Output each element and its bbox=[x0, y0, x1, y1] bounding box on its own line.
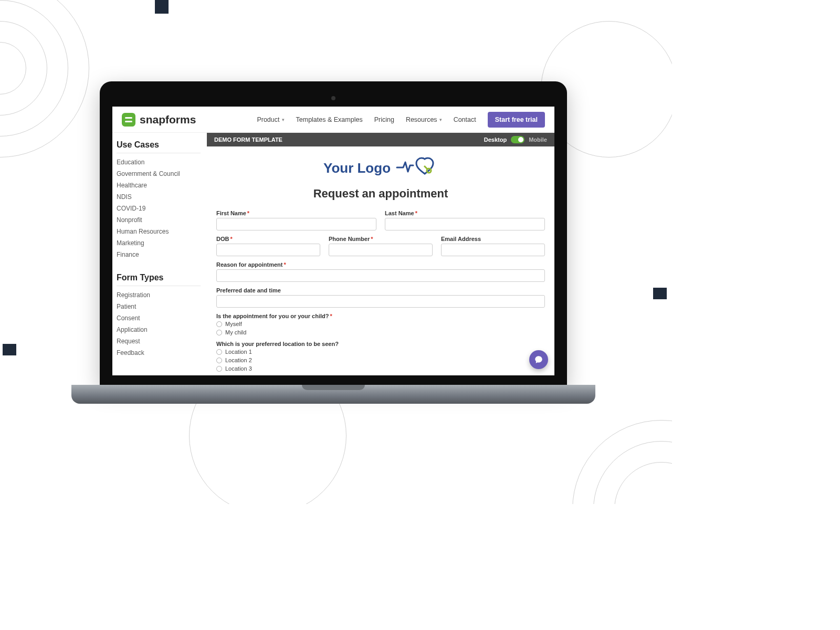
decor-square bbox=[3, 344, 16, 355]
radio-icon bbox=[216, 358, 222, 363]
form-body: Your Logo bbox=[207, 146, 554, 375]
form-title: Request an appointment bbox=[216, 187, 545, 201]
placeholder-logo: Your Logo bbox=[323, 156, 438, 181]
location-option[interactable]: Location 1 bbox=[216, 349, 545, 355]
nav-pricing-label: Pricing bbox=[374, 116, 394, 123]
start-free-trial-button[interactable]: Start free trial bbox=[488, 112, 545, 128]
laptop-base bbox=[71, 385, 595, 404]
sidebar-usecase-item[interactable]: NDIS bbox=[117, 193, 201, 201]
label-preferred-datetime: Preferred date and time bbox=[216, 287, 545, 293]
label-phone: Phone Number* bbox=[329, 236, 433, 242]
toggle-mobile-label: Mobile bbox=[529, 136, 547, 143]
sidebar-usecase-item[interactable]: Human Resources bbox=[117, 228, 201, 235]
for-who-option[interactable]: Myself bbox=[216, 321, 545, 327]
radio-label: Location 3 bbox=[225, 365, 252, 372]
radio-icon bbox=[216, 349, 222, 355]
nav-templates[interactable]: Templates & Examples bbox=[296, 116, 363, 123]
nav-templates-label: Templates & Examples bbox=[296, 116, 363, 123]
nav-resources-label: Resources bbox=[406, 116, 437, 123]
radio-label: Location 1 bbox=[225, 349, 252, 355]
sidebar-formtype-item[interactable]: Request bbox=[117, 338, 201, 345]
nav-resources[interactable]: Resources ▾ bbox=[406, 116, 442, 123]
first-name-input[interactable] bbox=[216, 218, 376, 230]
sidebar-usecase-item[interactable]: Marketing bbox=[117, 239, 201, 247]
chevron-down-icon: ▾ bbox=[439, 117, 442, 122]
sidebar: Use Cases EducationGovernment & CouncilH… bbox=[112, 133, 207, 375]
radio-label: My child bbox=[225, 329, 246, 335]
decor-square bbox=[653, 288, 667, 299]
toggle-desktop-label: Desktop bbox=[484, 136, 507, 143]
radio-icon bbox=[216, 321, 222, 327]
location-option[interactable]: Location 3 bbox=[216, 365, 545, 372]
chevron-down-icon: ▾ bbox=[282, 117, 285, 122]
heartbeat-icon bbox=[396, 156, 438, 181]
radio-label: Myself bbox=[225, 321, 242, 327]
sidebar-formtype-item[interactable]: Consent bbox=[117, 314, 201, 322]
nav-pricing[interactable]: Pricing bbox=[374, 116, 394, 123]
toggle-switch[interactable] bbox=[511, 136, 524, 143]
chat-fab[interactable] bbox=[529, 350, 548, 369]
nav-contact-label: Contact bbox=[454, 116, 476, 123]
sidebar-usecase-item[interactable]: Healthcare bbox=[117, 182, 201, 189]
chat-icon bbox=[534, 355, 543, 364]
dob-input[interactable] bbox=[216, 244, 320, 256]
camera-dot bbox=[331, 96, 335, 100]
phone-input[interactable] bbox=[329, 244, 433, 256]
label-reason: Reason for appointment* bbox=[216, 261, 545, 268]
sidebar-usecase-item[interactable]: Education bbox=[117, 159, 201, 166]
reason-input[interactable] bbox=[216, 269, 545, 282]
viewport-toggle[interactable]: Desktop Mobile bbox=[484, 136, 547, 143]
nav-product-label: Product bbox=[257, 116, 279, 123]
sidebar-formtype-item[interactable]: Application bbox=[117, 326, 201, 333]
radio-icon bbox=[216, 366, 222, 372]
radio-label: Location 2 bbox=[225, 357, 252, 363]
nav-contact[interactable]: Contact bbox=[454, 116, 476, 123]
nav-product[interactable]: Product ▾ bbox=[257, 116, 284, 123]
last-name-input[interactable] bbox=[385, 218, 545, 230]
radio-icon bbox=[216, 330, 222, 335]
label-location: Which is your preferred location to be s… bbox=[216, 341, 545, 347]
sidebar-usecase-item[interactable]: Finance bbox=[117, 251, 201, 258]
brand-text: snapforms bbox=[140, 113, 196, 126]
label-email: Email Address bbox=[441, 236, 545, 242]
sidebar-usecase-item[interactable]: Government & Council bbox=[117, 170, 201, 177]
email-input[interactable] bbox=[441, 244, 545, 256]
sidebar-heading-usecases: Use Cases bbox=[117, 140, 201, 153]
demo-form-label: DEMO FORM TEMPLATE bbox=[214, 136, 282, 143]
sidebar-usecase-item[interactable]: COVID-19 bbox=[117, 205, 201, 212]
sidebar-usecase-item[interactable]: Nonprofit bbox=[117, 216, 201, 224]
laptop-mockup: snapforms Product ▾ Templates & Examples… bbox=[100, 81, 567, 404]
top-nav: snapforms Product ▾ Templates & Examples… bbox=[112, 107, 554, 133]
svg-line-1 bbox=[424, 166, 427, 169]
placeholder-logo-text: Your Logo bbox=[323, 160, 391, 176]
decor-square bbox=[155, 0, 169, 14]
label-first-name: First Name* bbox=[216, 210, 376, 216]
sidebar-formtype-item[interactable]: Registration bbox=[117, 291, 201, 299]
label-dob: DOB* bbox=[216, 236, 320, 242]
sidebar-formtype-item[interactable]: Patient bbox=[117, 303, 201, 310]
label-last-name: Last Name* bbox=[385, 210, 545, 216]
location-option[interactable]: Location 2 bbox=[216, 357, 545, 363]
brand[interactable]: snapforms bbox=[122, 113, 196, 127]
sidebar-heading-formtypes: Form Types bbox=[117, 273, 201, 286]
for-who-option[interactable]: My child bbox=[216, 329, 545, 335]
demo-form-header: DEMO FORM TEMPLATE Desktop Mobile bbox=[207, 133, 554, 146]
preferred-datetime-input[interactable] bbox=[216, 295, 545, 308]
main-content: DEMO FORM TEMPLATE Desktop Mobile Your L… bbox=[207, 133, 554, 375]
sidebar-formtype-item[interactable]: Feedback bbox=[117, 349, 201, 356]
brand-icon bbox=[122, 113, 135, 127]
label-for-who: Is the appointment for you or your child… bbox=[216, 313, 545, 319]
